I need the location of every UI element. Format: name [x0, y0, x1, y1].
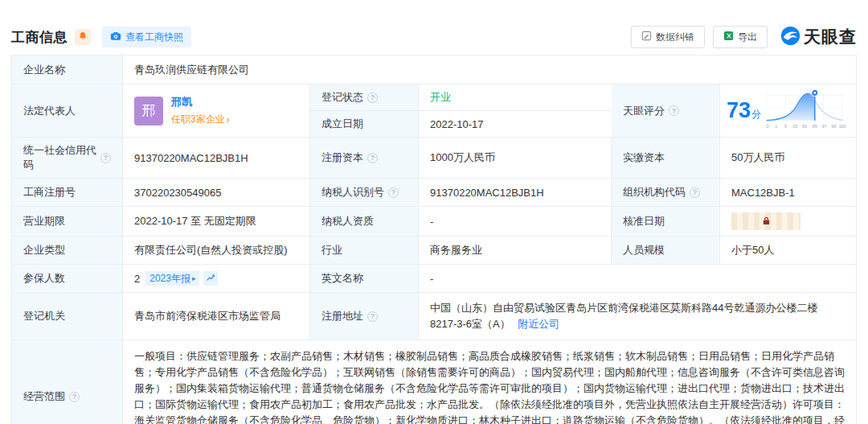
address-label: 注册地址 ? — [310, 293, 419, 340]
help-icon[interactable]: ? — [388, 187, 399, 198]
english-name-value: - — [419, 265, 856, 292]
tianyancha-logo-text: 天眼查 — [804, 26, 857, 48]
org-code-label-text: 组织机构代码 — [623, 185, 686, 200]
chevron-right-icon: › — [227, 114, 230, 126]
correction-icon — [641, 31, 652, 43]
taxpayer-id-label-text: 纳税人识别号 — [321, 185, 384, 200]
camera-icon — [110, 31, 121, 44]
business-scope-label-text: 经营范围 — [23, 389, 65, 404]
legal-rep-name-link[interactable]: 邢凯 — [171, 95, 230, 109]
help-icon[interactable]: ? — [367, 93, 378, 103]
address-text: 中国（山东）自由贸易试验区青岛片区前湾保税港区莫斯科路44号乾通源办公楼二楼 8… — [430, 302, 817, 330]
biz-term-value: 2022-10-17 至 无固定期限 — [123, 207, 310, 236]
insured-count: 2 — [134, 273, 140, 285]
reg-capital-label: 注册资本 ? — [310, 138, 419, 178]
biz-term-label: 营业期限 — [12, 207, 123, 236]
help-icon[interactable]: ? — [367, 311, 378, 322]
panel-header: 工商信息 查看工商快照 数据纠错 — [11, 24, 857, 50]
table-row-company-name: 企业名称 青岛玖润供应链有限公司 — [12, 56, 856, 84]
org-code-value: MAC12BJB-1 — [720, 179, 856, 206]
table-row-credit-code: 统一社会信用代码 ? 91370220MAC12BJB1H 注册资本 ? 100… — [12, 138, 856, 179]
address-value: 中国（山东）自由贸易试验区青岛片区前湾保税港区莫斯科路44号乾通源办公楼二楼 8… — [419, 293, 856, 340]
help-icon[interactable]: ? — [669, 105, 679, 116]
svg-text:85: 85 — [813, 124, 817, 129]
locked-value-overlay[interactable] — [731, 212, 800, 230]
svg-text:1: 1 — [775, 124, 777, 129]
table-row-insured: 参保人数 2 2023年报 ▸ 英文名称 - — [12, 265, 856, 293]
svg-text:100: 100 — [839, 124, 846, 129]
english-name-label: 英文名称 — [310, 265, 419, 292]
table-row-company-type: 企业类型 有限责任公司(自然人投资或控股) 行业 商务服务业 人员规模 小于50… — [12, 237, 856, 265]
industry-value: 商务服务业 — [419, 237, 612, 264]
export-button[interactable]: 导出 — [713, 26, 768, 48]
legal-rep-label: 法定代表人 — [12, 84, 123, 137]
business-scope-label: 经营范围 ? — [12, 340, 123, 424]
company-type-label: 企业类型 — [12, 237, 123, 264]
score-value-cell[interactable]: 73 分 — [720, 84, 856, 137]
data-correction-button[interactable]: 数据纠错 — [631, 26, 705, 48]
org-code-label: 组织机构代码 ? — [612, 179, 720, 206]
reg-number-value: 370220230549065 — [123, 179, 310, 206]
table-row-biz-term: 营业期限 2022-10-17 至 无固定期限 纳税人资质 - 核准日期 — [12, 207, 856, 237]
svg-text:0: 0 — [766, 124, 768, 129]
svg-text:97: 97 — [822, 124, 827, 129]
business-info-panel: 工商信息 查看工商快照 数据纠错 — [0, 0, 868, 424]
reg-status-label: 登记状态 ? — [310, 84, 419, 110]
legal-rep-positions-link[interactable]: 任职3家企业 › — [171, 113, 230, 126]
staff-size-label: 人员规模 — [612, 237, 720, 264]
est-date-value: 2022-10-17 — [419, 111, 612, 137]
lock-icon — [762, 216, 771, 228]
nearby-companies-link[interactable]: 附近公司 — [518, 318, 559, 330]
view-snapshot-button[interactable]: 查看工商快照 — [102, 27, 191, 47]
company-name-value: 青岛玖润供应链有限公司 — [123, 56, 856, 84]
data-correction-label: 数据纠错 — [656, 31, 694, 44]
business-scope-value: 一般项目：供应链管理服务；农副产品销售；木材销售；橡胶制品销售；高品质合成橡胶销… — [123, 340, 856, 424]
section-title: 工商信息 — [11, 28, 68, 47]
paid-capital-value: 50万人民币 — [720, 138, 856, 178]
help-icon[interactable]: ? — [690, 187, 700, 198]
company-name-label: 企业名称 — [12, 56, 123, 84]
monitor-bell-button[interactable] — [75, 29, 91, 45]
staff-size-value: 小于50人 — [720, 237, 856, 264]
reg-status-value: 开业 — [419, 84, 612, 110]
help-icon[interactable]: ? — [367, 153, 378, 163]
table-row-legal-rep: 法定代表人 邢 邢凯 任职3家企业 › 登记状态 — [12, 84, 856, 138]
score-label: 天眼评分 ? — [612, 84, 720, 137]
svg-text:15: 15 — [792, 124, 797, 129]
svg-text:5: 5 — [784, 124, 787, 129]
uscc-value: 91370220MAC12BJB1H — [123, 138, 310, 178]
table-row-reg-authority: 登记机关 青岛市前湾保税港区市场监管局 注册地址 ? 中国（山东）自由贸易试验区… — [12, 293, 856, 340]
industry-label: 行业 — [310, 237, 419, 264]
reg-number-label: 工商注册号 — [12, 179, 123, 206]
svg-text:99: 99 — [831, 124, 836, 129]
table-row-reg-number: 工商注册号 370220230549065 纳税人识别号 ? 91370220M… — [12, 179, 856, 207]
insured-trend-button[interactable] — [203, 271, 218, 286]
view-snapshot-label: 查看工商快照 — [125, 31, 183, 44]
est-date-label: 成立日期 — [310, 111, 419, 137]
caret-right-icon: ▸ — [192, 274, 196, 282]
annual-report-badge[interactable]: 2023年报 ▸ — [145, 271, 199, 286]
approval-date-label: 核准日期 — [612, 207, 720, 236]
excel-icon — [723, 31, 734, 43]
trend-chart-icon — [206, 273, 215, 285]
company-type-value: 有限责任公司(自然人投资或控股) — [123, 237, 310, 264]
help-icon[interactable]: ? — [69, 392, 80, 402]
legal-rep-avatar[interactable]: 邢 — [134, 97, 163, 126]
taxpayer-id-label: 纳税人识别号 ? — [310, 179, 419, 206]
reg-capital-label-text: 注册资本 — [321, 150, 363, 165]
tianyancha-logo[interactable]: 天眼查 — [780, 26, 857, 48]
approval-date-value — [720, 207, 856, 236]
tianyancha-logo-icon — [780, 26, 800, 48]
svg-text:50: 50 — [802, 124, 807, 129]
legal-rep-value: 邢 邢凯 任职3家企业 › — [123, 84, 310, 137]
insured-value-cell: 2 2023年报 ▸ — [123, 265, 310, 292]
bell-icon — [78, 31, 88, 43]
status-date-subgrid: 登记状态 ? 开业 成立日期 2022-10-17 — [310, 84, 612, 137]
help-icon[interactable]: ? — [100, 153, 111, 163]
address-label-text: 注册地址 — [321, 309, 363, 323]
taxpayer-quality-value: - — [419, 207, 612, 236]
table-row-business-scope: 经营范围 ? 一般项目：供应链管理服务；农副产品销售；木材销售；橡胶制品销售；高… — [12, 340, 856, 424]
score-label-text: 天眼评分 — [623, 104, 665, 118]
taxpayer-id-value: 91370220MAC12BJB1H — [419, 179, 612, 206]
uscc-label-text: 统一社会信用代码 — [23, 143, 96, 172]
